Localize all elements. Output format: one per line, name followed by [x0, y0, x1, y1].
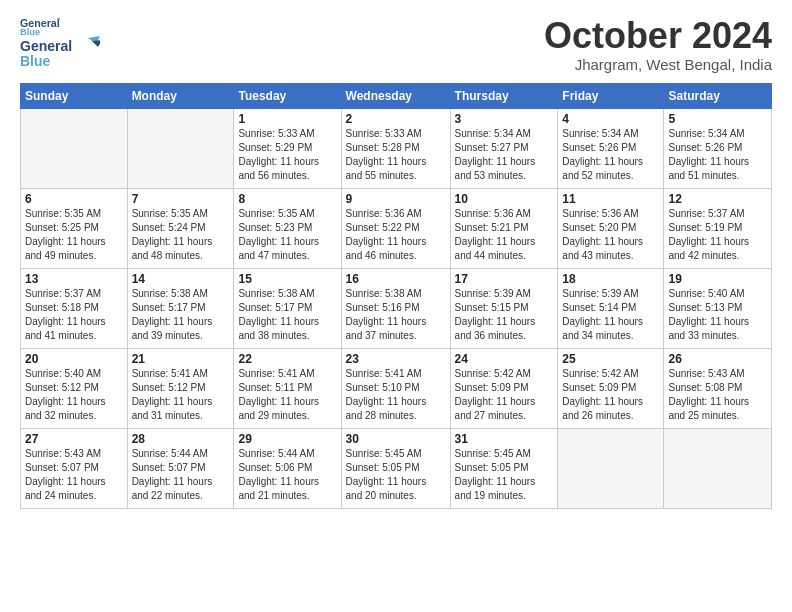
table-row: 29Sunrise: 5:44 AM Sunset: 5:06 PM Dayli… — [234, 428, 341, 508]
day-number: 31 — [455, 432, 554, 446]
table-row: 2Sunrise: 5:33 AM Sunset: 5:28 PM Daylig… — [341, 108, 450, 188]
col-thursday: Thursday — [450, 83, 558, 108]
day-number: 12 — [668, 192, 767, 206]
day-info: Sunrise: 5:38 AM Sunset: 5:16 PM Dayligh… — [346, 287, 446, 343]
day-info: Sunrise: 5:41 AM Sunset: 5:12 PM Dayligh… — [132, 367, 230, 423]
day-info: Sunrise: 5:39 AM Sunset: 5:15 PM Dayligh… — [455, 287, 554, 343]
table-row: 22Sunrise: 5:41 AM Sunset: 5:11 PM Dayli… — [234, 348, 341, 428]
table-row: 28Sunrise: 5:44 AM Sunset: 5:07 PM Dayli… — [127, 428, 234, 508]
day-info: Sunrise: 5:45 AM Sunset: 5:05 PM Dayligh… — [455, 447, 554, 503]
col-monday: Monday — [127, 83, 234, 108]
header: General Blue General Blue October 2024 J… — [20, 16, 772, 73]
table-row: 21Sunrise: 5:41 AM Sunset: 5:12 PM Dayli… — [127, 348, 234, 428]
day-info: Sunrise: 5:36 AM Sunset: 5:21 PM Dayligh… — [455, 207, 554, 263]
day-info: Sunrise: 5:35 AM Sunset: 5:24 PM Dayligh… — [132, 207, 230, 263]
day-number: 15 — [238, 272, 336, 286]
svg-text:General: General — [20, 38, 72, 54]
logo-full-icon: General Blue — [20, 36, 100, 71]
table-row: 3Sunrise: 5:34 AM Sunset: 5:27 PM Daylig… — [450, 108, 558, 188]
day-number: 30 — [346, 432, 446, 446]
day-info: Sunrise: 5:38 AM Sunset: 5:17 PM Dayligh… — [238, 287, 336, 343]
day-number: 25 — [562, 352, 659, 366]
calendar-table: Sunday Monday Tuesday Wednesday Thursday… — [20, 83, 772, 509]
table-row: 24Sunrise: 5:42 AM Sunset: 5:09 PM Dayli… — [450, 348, 558, 428]
day-info: Sunrise: 5:41 AM Sunset: 5:11 PM Dayligh… — [238, 367, 336, 423]
title-block: October 2024 Jhargram, West Bengal, Indi… — [544, 16, 772, 73]
table-row: 15Sunrise: 5:38 AM Sunset: 5:17 PM Dayli… — [234, 268, 341, 348]
day-info: Sunrise: 5:34 AM Sunset: 5:27 PM Dayligh… — [455, 127, 554, 183]
calendar-week-row: 1Sunrise: 5:33 AM Sunset: 5:29 PM Daylig… — [21, 108, 772, 188]
day-info: Sunrise: 5:34 AM Sunset: 5:26 PM Dayligh… — [668, 127, 767, 183]
day-info: Sunrise: 5:44 AM Sunset: 5:07 PM Dayligh… — [132, 447, 230, 503]
table-row: 6Sunrise: 5:35 AM Sunset: 5:25 PM Daylig… — [21, 188, 128, 268]
day-info: Sunrise: 5:37 AM Sunset: 5:19 PM Dayligh… — [668, 207, 767, 263]
day-number: 18 — [562, 272, 659, 286]
day-number: 23 — [346, 352, 446, 366]
col-friday: Friday — [558, 83, 664, 108]
table-row: 7Sunrise: 5:35 AM Sunset: 5:24 PM Daylig… — [127, 188, 234, 268]
calendar-week-row: 20Sunrise: 5:40 AM Sunset: 5:12 PM Dayli… — [21, 348, 772, 428]
day-number: 29 — [238, 432, 336, 446]
day-info: Sunrise: 5:44 AM Sunset: 5:06 PM Dayligh… — [238, 447, 336, 503]
day-number: 6 — [25, 192, 123, 206]
day-info: Sunrise: 5:33 AM Sunset: 5:28 PM Dayligh… — [346, 127, 446, 183]
day-number: 26 — [668, 352, 767, 366]
table-row: 20Sunrise: 5:40 AM Sunset: 5:12 PM Dayli… — [21, 348, 128, 428]
day-number: 17 — [455, 272, 554, 286]
day-info: Sunrise: 5:35 AM Sunset: 5:23 PM Dayligh… — [238, 207, 336, 263]
day-number: 10 — [455, 192, 554, 206]
table-row — [21, 108, 128, 188]
table-row — [558, 428, 664, 508]
table-row: 14Sunrise: 5:38 AM Sunset: 5:17 PM Dayli… — [127, 268, 234, 348]
col-sunday: Sunday — [21, 83, 128, 108]
day-number: 3 — [455, 112, 554, 126]
day-number: 27 — [25, 432, 123, 446]
day-number: 21 — [132, 352, 230, 366]
day-number: 14 — [132, 272, 230, 286]
day-info: Sunrise: 5:34 AM Sunset: 5:26 PM Dayligh… — [562, 127, 659, 183]
logo: General Blue General Blue — [20, 16, 100, 71]
day-number: 28 — [132, 432, 230, 446]
day-number: 20 — [25, 352, 123, 366]
day-number: 5 — [668, 112, 767, 126]
table-row — [127, 108, 234, 188]
day-info: Sunrise: 5:37 AM Sunset: 5:18 PM Dayligh… — [25, 287, 123, 343]
calendar-header-row: Sunday Monday Tuesday Wednesday Thursday… — [21, 83, 772, 108]
calendar-week-row: 27Sunrise: 5:43 AM Sunset: 5:07 PM Dayli… — [21, 428, 772, 508]
table-row: 30Sunrise: 5:45 AM Sunset: 5:05 PM Dayli… — [341, 428, 450, 508]
table-row: 11Sunrise: 5:36 AM Sunset: 5:20 PM Dayli… — [558, 188, 664, 268]
logo-icon: General Blue — [20, 16, 60, 36]
day-info: Sunrise: 5:38 AM Sunset: 5:17 PM Dayligh… — [132, 287, 230, 343]
day-number: 4 — [562, 112, 659, 126]
day-info: Sunrise: 5:45 AM Sunset: 5:05 PM Dayligh… — [346, 447, 446, 503]
day-info: Sunrise: 5:36 AM Sunset: 5:22 PM Dayligh… — [346, 207, 446, 263]
table-row: 25Sunrise: 5:42 AM Sunset: 5:09 PM Dayli… — [558, 348, 664, 428]
col-tuesday: Tuesday — [234, 83, 341, 108]
table-row: 19Sunrise: 5:40 AM Sunset: 5:13 PM Dayli… — [664, 268, 772, 348]
day-number: 19 — [668, 272, 767, 286]
col-wednesday: Wednesday — [341, 83, 450, 108]
day-number: 1 — [238, 112, 336, 126]
location: Jhargram, West Bengal, India — [544, 56, 772, 73]
day-number: 24 — [455, 352, 554, 366]
day-number: 9 — [346, 192, 446, 206]
table-row: 10Sunrise: 5:36 AM Sunset: 5:21 PM Dayli… — [450, 188, 558, 268]
calendar-week-row: 6Sunrise: 5:35 AM Sunset: 5:25 PM Daylig… — [21, 188, 772, 268]
svg-text:Blue: Blue — [20, 53, 51, 69]
table-row: 16Sunrise: 5:38 AM Sunset: 5:16 PM Dayli… — [341, 268, 450, 348]
table-row: 26Sunrise: 5:43 AM Sunset: 5:08 PM Dayli… — [664, 348, 772, 428]
day-info: Sunrise: 5:42 AM Sunset: 5:09 PM Dayligh… — [562, 367, 659, 423]
day-info: Sunrise: 5:43 AM Sunset: 5:08 PM Dayligh… — [668, 367, 767, 423]
table-row: 27Sunrise: 5:43 AM Sunset: 5:07 PM Dayli… — [21, 428, 128, 508]
table-row: 4Sunrise: 5:34 AM Sunset: 5:26 PM Daylig… — [558, 108, 664, 188]
day-number: 8 — [238, 192, 336, 206]
table-row: 23Sunrise: 5:41 AM Sunset: 5:10 PM Dayli… — [341, 348, 450, 428]
day-number: 7 — [132, 192, 230, 206]
day-number: 16 — [346, 272, 446, 286]
day-info: Sunrise: 5:40 AM Sunset: 5:12 PM Dayligh… — [25, 367, 123, 423]
day-number: 11 — [562, 192, 659, 206]
day-info: Sunrise: 5:39 AM Sunset: 5:14 PM Dayligh… — [562, 287, 659, 343]
table-row: 31Sunrise: 5:45 AM Sunset: 5:05 PM Dayli… — [450, 428, 558, 508]
day-number: 2 — [346, 112, 446, 126]
day-info: Sunrise: 5:41 AM Sunset: 5:10 PM Dayligh… — [346, 367, 446, 423]
